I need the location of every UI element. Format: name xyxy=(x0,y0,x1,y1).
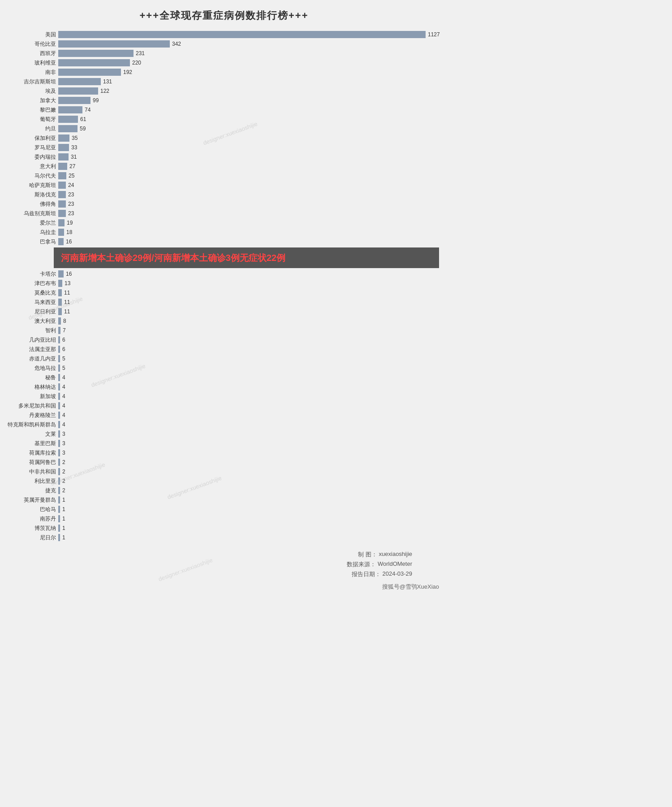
bar-row: 吉尔吉斯斯坦131 xyxy=(58,78,435,86)
bar-row: 秘鲁4 xyxy=(58,373,435,382)
bar xyxy=(58,163,67,170)
bar-row: 博茨瓦纳1 xyxy=(58,524,435,532)
bar-value: 61 xyxy=(80,116,86,122)
bar xyxy=(58,191,66,198)
bar-wrapper: 2 xyxy=(58,459,65,466)
bar xyxy=(58,134,69,142)
bar xyxy=(58,31,426,38)
bar xyxy=(58,412,60,419)
bar-wrapper: 16 xyxy=(58,238,72,245)
bar-label: 巴拿马 xyxy=(4,238,56,246)
bar-value: 16 xyxy=(66,239,72,245)
bar-label: 几内亚比绍 xyxy=(4,336,56,344)
bar-value: 122 xyxy=(100,88,109,94)
bar-label: 尼日利亚 xyxy=(4,308,56,316)
bar-label: 埃及 xyxy=(4,87,56,95)
bar-label: 斯洛伐克 xyxy=(4,191,56,199)
bar-row: 南非192 xyxy=(58,68,435,76)
bar-value: 33 xyxy=(71,144,77,151)
bar-wrapper: 11 xyxy=(58,289,70,296)
bar xyxy=(58,270,64,278)
maker-value: xuexiaoshijie xyxy=(379,551,412,559)
bar-row: 多米尼加共和国4 xyxy=(58,402,435,410)
bar xyxy=(58,534,60,541)
bar-row: 卡塔尔16 xyxy=(58,270,435,278)
bar-wrapper: 4 xyxy=(58,421,65,428)
bar-value: 5 xyxy=(62,356,65,362)
bar-wrapper: 1 xyxy=(58,515,65,522)
bar xyxy=(58,219,65,226)
bar-label: 文莱 xyxy=(4,430,56,438)
bar xyxy=(58,97,90,104)
bar-row: 马来西亚11 xyxy=(58,298,435,306)
source-label: 数据来源： xyxy=(347,560,376,568)
bar-value: 59 xyxy=(80,126,86,132)
bar xyxy=(58,515,60,522)
bar-value: 23 xyxy=(68,191,74,198)
bar-wrapper: 6 xyxy=(58,336,65,343)
bar xyxy=(58,153,69,161)
bar-wrapper: 1 xyxy=(58,525,65,532)
bar xyxy=(58,87,98,95)
bar-wrapper: 16 xyxy=(58,270,72,278)
bar-wrapper: 23 xyxy=(58,210,74,217)
source-value: WorldOMeter xyxy=(378,560,412,568)
bar-value: 99 xyxy=(93,97,99,104)
bar-label: 格林纳达 xyxy=(4,383,56,391)
bar-wrapper: 4 xyxy=(58,402,65,409)
bar-label: 津巴布韦 xyxy=(4,280,56,287)
bar xyxy=(58,210,66,217)
bar xyxy=(58,50,134,57)
bar-value: 2 xyxy=(62,469,65,475)
bar-wrapper: 13 xyxy=(58,280,70,287)
bar-row: 乌兹别克斯坦23 xyxy=(58,209,435,217)
bar-label: 荷属库拉索 xyxy=(4,449,56,457)
bar-label: 加拿大 xyxy=(4,97,56,104)
bar-label: 委内瑞拉 xyxy=(4,153,56,161)
bar-label: 特克斯和凯科斯群岛 xyxy=(4,421,56,429)
bar xyxy=(58,69,121,76)
bar xyxy=(58,477,60,485)
bar-value: 11 xyxy=(64,299,70,305)
bar xyxy=(58,289,62,296)
bar-wrapper: 2 xyxy=(58,487,65,494)
bar-label: 英属开曼群岛 xyxy=(4,496,56,504)
bar-value: 11 xyxy=(64,290,70,296)
bar-row: 丹麦格陵兰4 xyxy=(58,411,435,419)
bar-label: 南苏丹 xyxy=(4,515,56,523)
bar xyxy=(58,468,60,475)
bar xyxy=(58,317,61,325)
bar-label: 爱尔兰 xyxy=(4,219,56,227)
bar-label: 美国 xyxy=(4,31,56,39)
bar-row: 罗马尼亚33 xyxy=(58,143,435,152)
bar-row: 新加坡4 xyxy=(58,392,435,400)
bar-wrapper: 23 xyxy=(58,200,74,208)
bar-label: 澳大利亚 xyxy=(4,317,56,325)
bar-value: 23 xyxy=(68,210,74,217)
bar-label: 马来西亚 xyxy=(4,299,56,306)
bar-value: 27 xyxy=(69,163,75,169)
bar xyxy=(58,238,64,245)
bar-label: 葡萄牙 xyxy=(4,116,56,123)
bar xyxy=(58,229,64,236)
bar-wrapper: 1 xyxy=(58,496,65,503)
bar-wrapper: 4 xyxy=(58,383,65,390)
bar-value: 3 xyxy=(62,440,65,447)
bar-value: 4 xyxy=(62,403,65,409)
bar xyxy=(58,459,60,466)
bar-wrapper: 99 xyxy=(58,97,99,104)
bar-value: 1 xyxy=(62,534,65,541)
info-source: 数据来源： WorldOMeter xyxy=(45,560,412,568)
bar-value: 231 xyxy=(136,50,145,56)
bar-value: 4 xyxy=(62,384,65,390)
bar-value: 342 xyxy=(172,41,181,47)
bar-wrapper: 11 xyxy=(58,308,70,315)
page-container: +++全球现存重症病例数排行榜+++ 美国1127哥伦比亚342西班牙231玻利… xyxy=(0,0,448,600)
bar-label: 哥伦比亚 xyxy=(4,40,56,48)
bar-wrapper: 192 xyxy=(58,69,132,76)
bar-label: 新加坡 xyxy=(4,393,56,400)
bar-value: 1127 xyxy=(428,31,440,38)
bar-value: 4 xyxy=(62,393,65,399)
bar-value: 2 xyxy=(62,459,65,465)
bar xyxy=(58,487,60,494)
